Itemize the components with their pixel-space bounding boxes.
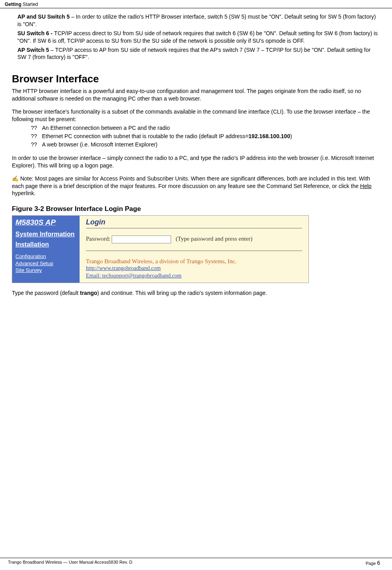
list-item: ??Ethernet PC connection with subnet tha… — [31, 132, 380, 141]
subset-paragraph: The browser interface's functionality is… — [12, 108, 380, 123]
company-url-link[interactable]: http://www.trangobroadband.com — [86, 265, 302, 272]
sw7-para: AP Switch 5 – TCP/IP access to AP from S… — [17, 46, 380, 61]
password-row: Password: (Type password and press enter… — [86, 236, 302, 243]
sw6-label: SU Switch 6 - — [17, 30, 54, 36]
support-email-link[interactable]: Email: techsupport@trangobroadband.com — [86, 272, 302, 279]
password-hint: (Type password and press enter) — [176, 236, 253, 242]
sw5-label: AP and SU Switch 5 — [17, 13, 70, 20]
requirements-list: ??An Ethernet connection between a PC an… — [31, 124, 380, 149]
sw7-label: AP Switch 5 — [17, 47, 49, 53]
section-title: Browser Interface — [12, 73, 380, 85]
sidebar-item-configuration[interactable]: Configuration — [15, 253, 76, 260]
switch-notes: AP and SU Switch 5 – In order to utilize… — [17, 13, 380, 61]
inorder-paragraph: In order to use the browser interface – … — [12, 154, 380, 169]
footer-page-number: 6 — [377, 560, 380, 566]
header-bold: Getting — [5, 2, 21, 7]
sw5-para: AP and SU Switch 5 – In order to utilize… — [17, 13, 380, 28]
bullet-text-2-pre: Ethernet PC connection with subnet that … — [42, 133, 249, 139]
bullet-marker: ?? — [31, 132, 42, 141]
page-header: Getting Started — [0, 0, 392, 8]
after-figure-paragraph: Type the password (default trango) and c… — [12, 289, 380, 297]
note-text: Note: Most pages are similar for Access … — [12, 175, 370, 189]
hand-writing-icon: ✍ — [12, 175, 19, 182]
after-figure-pre: Type the password (default — [12, 290, 80, 296]
bullet-text-1: An Ethernet connection between a PC and … — [42, 125, 170, 131]
company-name: Trango Broadband Wireless, a division of… — [86, 258, 302, 265]
login-figure: M5830S AP System Information Installatio… — [12, 215, 309, 283]
password-input[interactable] — [112, 236, 171, 243]
page-footer: Trango Broadband Wireless — User Manual … — [0, 558, 392, 566]
after-figure-post: ) and continue. This will bring up the r… — [97, 290, 267, 296]
sidebar-item-system-information[interactable]: System Information — [15, 231, 76, 238]
brand-title: M5830S AP — [15, 218, 76, 227]
bullet-text-2-post: ) — [290, 133, 292, 139]
list-item: ??An Ethernet connection between a PC an… — [31, 124, 380, 132]
password-label: Password: — [86, 236, 110, 242]
default-password: trango — [80, 290, 97, 296]
intro-paragraph: The HTTP browser interface is a powerful… — [12, 87, 380, 103]
note-paragraph: ✍ Note: Most pages are similar for Acces… — [12, 175, 380, 198]
default-ip: 192.168.100.100 — [249, 133, 290, 139]
login-sidebar: M5830S AP System Information Installatio… — [12, 216, 80, 282]
bullet-marker: ?? — [31, 141, 42, 149]
header-breadcrumb: Getting Started — [5, 2, 38, 7]
login-divider-bottom — [86, 251, 302, 251]
note-end: hyperlink. — [12, 190, 36, 196]
footer-right: Page 6 — [365, 560, 380, 566]
sw5-text: – In order to utilize the radio's HTTP B… — [17, 13, 376, 27]
bullet-marker: ?? — [31, 124, 42, 132]
sidebar-item-site-survey[interactable]: Site Survey — [15, 267, 76, 274]
footer-page-label: Page — [365, 561, 377, 566]
footer-left: Trango Broadband Wireless — User Manual … — [8, 560, 132, 566]
sidebar-item-advanced-setup[interactable]: Advanced Setup — [15, 260, 76, 267]
figure-title: Figure 3-2 Browser Interface Login Page — [12, 205, 380, 213]
help-link[interactable]: Help — [360, 183, 371, 189]
page-content: AP and SU Switch 5 – In order to utilize… — [0, 8, 392, 297]
login-divider-top — [86, 228, 302, 228]
login-main: Login Password: (Type password and press… — [80, 216, 308, 282]
bullet-text-3: A web browser (i.e. Microsoft Internet E… — [42, 141, 158, 148]
list-item: ??A web browser (i.e. Microsoft Internet… — [31, 141, 380, 149]
sidebar-item-installation[interactable]: Installation — [15, 241, 76, 248]
sw7-text: – TCP/IP access to AP from SU side of ne… — [17, 47, 371, 61]
header-rest: Started — [21, 2, 38, 7]
login-heading: Login — [86, 218, 302, 226]
sw6-text: TCP/IP access direct to SU from SU side … — [17, 30, 378, 44]
sw6-para: SU Switch 6 - TCP/IP access direct to SU… — [17, 30, 380, 45]
